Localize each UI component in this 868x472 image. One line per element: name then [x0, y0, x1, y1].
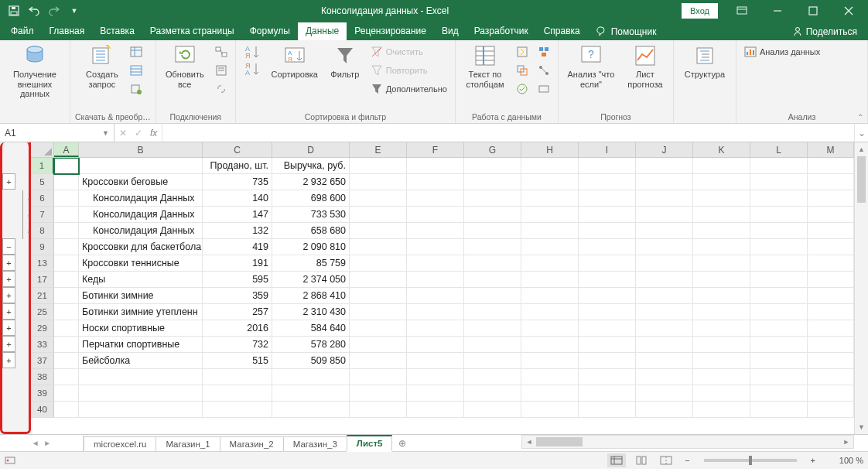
cell[interactable] — [464, 190, 521, 207]
tab-help[interactable]: Справка — [536, 22, 588, 40]
cell[interactable]: 584 640 — [272, 320, 350, 337]
cell[interactable] — [407, 304, 464, 320]
ribbon-options-icon[interactable] — [724, 0, 760, 22]
cell[interactable] — [750, 288, 808, 304]
sheet-tab[interactable]: Лист5 — [347, 435, 393, 452]
cell[interactable] — [693, 304, 750, 320]
cell[interactable] — [350, 207, 407, 223]
from-table-button[interactable] — [127, 62, 145, 79]
sheet-nav[interactable]: ◄ ► — [0, 435, 84, 451]
cell[interactable] — [464, 369, 521, 385]
row-header[interactable]: 38 — [31, 369, 54, 385]
tab-data[interactable]: Данные — [298, 22, 347, 40]
cell[interactable] — [750, 158, 808, 174]
outline-expand-button[interactable]: + — [2, 352, 15, 368]
cell[interactable] — [750, 320, 808, 337]
cell[interactable] — [350, 320, 407, 337]
cell[interactable]: 733 530 — [272, 207, 350, 223]
cell[interactable] — [808, 369, 854, 385]
cell[interactable] — [579, 255, 636, 272]
cell[interactable] — [407, 190, 464, 207]
cell[interactable]: Выручка, руб. — [272, 158, 350, 174]
cell[interactable] — [579, 337, 636, 353]
cell[interactable] — [808, 320, 854, 337]
scroll-thumb[interactable] — [857, 156, 866, 203]
cell[interactable] — [579, 353, 636, 369]
row-header[interactable]: 37 — [31, 353, 54, 369]
tab-insert[interactable]: Вставка — [92, 22, 142, 40]
cell[interactable] — [750, 304, 808, 320]
advanced-filter-button[interactable]: Дополнительно — [367, 80, 450, 97]
cell[interactable] — [579, 385, 636, 402]
outline-expand-button[interactable]: + — [2, 173, 15, 190]
login-button[interactable]: Вход — [682, 3, 718, 19]
cell[interactable] — [464, 158, 521, 174]
cell[interactable]: 257 — [203, 304, 272, 320]
whatif-button[interactable]: ? Анализ "что если" — [563, 43, 619, 89]
cell[interactable] — [750, 239, 808, 255]
cell[interactable]: 359 — [203, 288, 272, 304]
cell[interactable]: 85 759 — [272, 255, 350, 272]
cell[interactable] — [407, 288, 464, 304]
tab-file[interactable]: Файл — [3, 22, 42, 40]
tab-page-layout[interactable]: Разметка страницы — [142, 22, 242, 40]
horizontal-scrollbar[interactable]: ◄ ► — [521, 435, 854, 449]
cell[interactable]: 732 — [203, 337, 272, 353]
cell[interactable] — [407, 174, 464, 190]
cell[interactable]: Консолидация Данных — [79, 223, 203, 239]
outline-expand-button[interactable]: + — [2, 255, 15, 271]
properties-button[interactable] — [212, 62, 231, 79]
cell[interactable] — [407, 272, 464, 288]
cell[interactable] — [54, 369, 79, 385]
column-header-B[interactable]: B — [79, 142, 203, 157]
cell[interactable] — [407, 320, 464, 337]
record-macro-icon[interactable] — [5, 455, 15, 466]
cell[interactable] — [579, 190, 636, 207]
scroll-right-icon[interactable]: ► — [839, 438, 853, 446]
outline-collapse-button[interactable]: − — [2, 238, 15, 255]
cell[interactable] — [750, 223, 808, 239]
cell[interactable] — [54, 385, 79, 402]
cell[interactable] — [350, 369, 407, 385]
page-layout-view-icon[interactable] — [632, 453, 651, 467]
tab-view[interactable]: Вид — [434, 22, 466, 40]
cell[interactable] — [521, 320, 579, 337]
cell[interactable] — [407, 337, 464, 353]
column-header-G[interactable]: G — [464, 142, 521, 157]
cell[interactable] — [54, 174, 79, 190]
manage-data-model-button[interactable] — [535, 80, 553, 97]
row-header[interactable]: 17 — [31, 272, 54, 288]
cell[interactable] — [54, 223, 79, 239]
cell[interactable] — [636, 337, 693, 353]
cell[interactable] — [54, 320, 79, 337]
cell[interactable] — [350, 337, 407, 353]
cell[interactable] — [579, 304, 636, 320]
cell[interactable] — [693, 207, 750, 223]
cell[interactable] — [750, 337, 808, 353]
cell[interactable]: 2 932 650 — [272, 174, 350, 190]
cell[interactable] — [79, 158, 203, 174]
cell[interactable] — [693, 320, 750, 337]
cell[interactable] — [464, 320, 521, 337]
cell[interactable] — [203, 369, 272, 385]
row-header[interactable]: 6 — [31, 190, 54, 207]
cell[interactable] — [350, 255, 407, 272]
cell[interactable] — [579, 223, 636, 239]
cell[interactable]: 140 — [203, 190, 272, 207]
cell[interactable] — [636, 223, 693, 239]
cell[interactable]: Консолидация Данных — [79, 190, 203, 207]
row-header[interactable]: 25 — [31, 304, 54, 320]
formula-input[interactable] — [162, 124, 854, 142]
cell[interactable] — [350, 158, 407, 174]
cell[interactable] — [521, 385, 579, 402]
show-queries-button[interactable] — [127, 43, 145, 60]
cell[interactable] — [54, 158, 79, 174]
cell[interactable] — [808, 337, 854, 353]
cell[interactable] — [808, 223, 854, 239]
share-button[interactable]: Поделиться — [784, 26, 865, 40]
cell[interactable]: 658 680 — [272, 223, 350, 239]
cell[interactable] — [350, 239, 407, 255]
cell[interactable]: 2016 — [203, 320, 272, 337]
cell[interactable] — [693, 385, 750, 402]
cell[interactable] — [54, 255, 79, 272]
